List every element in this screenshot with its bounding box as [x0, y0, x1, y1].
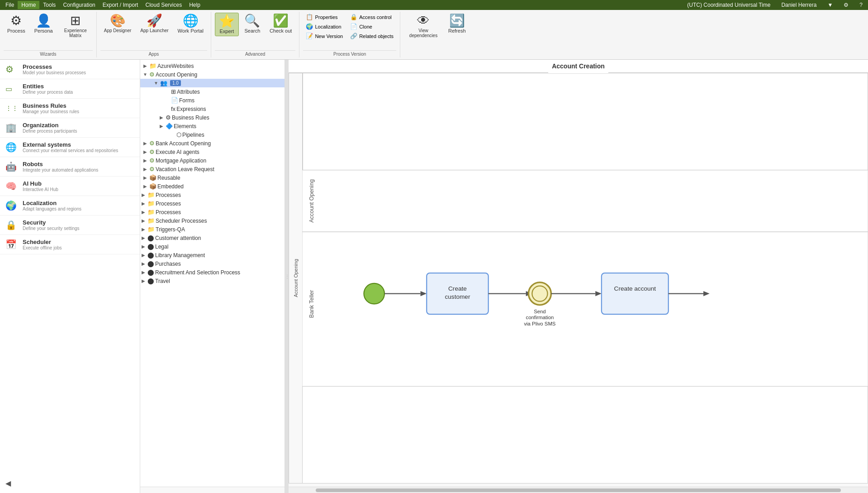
diagram-scrollbar-thumb[interactable] [316, 488, 841, 492]
purchases-expander[interactable]: ▶ [140, 261, 147, 266]
customer-attention-expander[interactable]: ▶ [140, 235, 147, 240]
bank-account-expander[interactable]: ▶ [142, 141, 148, 146]
tree-node-business-rules[interactable]: ▶ ⚙ Business Rules [140, 113, 285, 122]
tree-node-bank-account[interactable]: ▶ ⚙ Bank Account Opening [140, 139, 285, 148]
properties-icon: 📋 [306, 14, 313, 20]
entities-icon: ▭ [5, 85, 18, 93]
tree-node-azure[interactable]: ▶ 📁 AzureWebsites [140, 62, 285, 70]
scheduler-processes-expander[interactable]: ▶ [140, 218, 147, 223]
v1-expander[interactable]: ▼ [153, 81, 159, 86]
tree-node-triggers-qa[interactable]: ▶ 📁 Triggers-QA [140, 225, 285, 234]
start-event[interactable] [364, 283, 384, 304]
tree-node-vacation[interactable]: ▶ ⚙ Vacation Leave Request [140, 165, 285, 173]
business-rules-expander[interactable]: ▶ [158, 115, 165, 120]
help-icon[interactable]: ? [856, 1, 866, 9]
sidebar-item-external-systems[interactable]: 🌐 External systems Connect your external… [0, 138, 140, 157]
ribbon-btn-view-dependencies[interactable]: 👁 View dependencies [404, 13, 443, 40]
processes3-expander[interactable]: ▶ [140, 210, 147, 215]
ribbon-btn-search[interactable]: 🔍 Search [241, 13, 264, 35]
sidebar-item-entities[interactable]: ▭ Entities Define your process data [0, 79, 140, 99]
tree-node-scheduler-processes[interactable]: ▶ 📁 Scheduler Processes [140, 216, 285, 225]
recruitment-label: Recruitment And Selection Process [155, 269, 240, 276]
menu-file[interactable]: File [2, 1, 18, 9]
ribbon-btn-related-objects[interactable]: 🔗 Related objects [347, 32, 396, 40]
ribbon-btn-checkout[interactable]: ✅ Check out [266, 13, 296, 35]
sidebar-item-organization[interactable]: 🏢 Organization Define process participan… [0, 118, 140, 138]
reusable-expander[interactable]: ▶ [142, 175, 148, 180]
collapse-button[interactable]: ◀ [5, 479, 11, 488]
ribbon-btn-localization[interactable]: 🌍 Localization [303, 22, 346, 31]
user-display[interactable]: Daniel Herrera [778, 1, 820, 9]
wizards-group-label: Wizards [4, 50, 93, 57]
create-account-task[interactable] [602, 273, 669, 314]
menu-cloud-services[interactable]: Cloud Services [142, 1, 185, 9]
processes1-expander[interactable]: ▶ [140, 192, 147, 197]
library-management-expander[interactable]: ▶ [140, 253, 147, 258]
ribbon-btn-work-portal[interactable]: 🌐 Work Portal [174, 13, 207, 35]
ribbon-btn-new-version[interactable]: 📝 New Version [303, 32, 346, 40]
sidebar-item-ai-hub[interactable]: 🧠 AI Hub Interactive AI Hub [0, 177, 140, 196]
sidebar-item-security[interactable]: 🔒 Security Define your security settings [0, 215, 140, 235]
tree-node-legal[interactable]: ▶ ⬤ Legal [140, 242, 285, 251]
diagram-canvas[interactable]: Account Creation Account Opening [289, 60, 868, 487]
ribbon-btn-clone[interactable]: 📄 Clone [347, 22, 396, 31]
tree-node-expressions[interactable]: ▶ fx Expressions [140, 105, 285, 113]
sidebar-item-processes[interactable]: ⚙ Processes Model your business processe… [0, 60, 140, 79]
tree-node-purchases[interactable]: ▶ ⬤ Purchases [140, 259, 285, 268]
sidebar-item-robots[interactable]: 🤖 Robots Integrate your automated applic… [0, 157, 140, 177]
ribbon-btn-access-control[interactable]: 🔒 Access control [347, 13, 396, 21]
ribbon-btn-process[interactable]: ⚙ Process [4, 13, 29, 35]
tree-node-processes3[interactable]: ▶ 📁 Processes [140, 208, 285, 216]
embedded-icon: 📦 [149, 183, 157, 190]
settings-icon[interactable]: ⚙ [840, 1, 852, 9]
ribbon-btn-refresh[interactable]: 🔄 Refresh [445, 13, 470, 35]
menu-configuration[interactable]: Configuration [59, 1, 99, 9]
account-opening-expander[interactable]: ▼ [142, 72, 148, 77]
tree-node-processes2[interactable]: ▶ 📁 Processes [140, 199, 285, 208]
tree-node-v1[interactable]: ▼ 👥 1.0 [140, 79, 285, 87]
tree-node-recruitment[interactable]: ▶ ⬤ Recruitment And Selection Process [140, 268, 285, 277]
elements-expander[interactable]: ▶ [158, 124, 165, 129]
tree-node-elements[interactable]: ▶ 🔷 Elements [140, 122, 285, 130]
tree-node-account-opening[interactable]: ▼ ⚙ Account Opening [140, 70, 285, 79]
ribbon-btn-persona[interactable]: 👤 Persona [31, 13, 57, 35]
azure-expander[interactable]: ▶ [142, 63, 148, 68]
execute-ai-expander[interactable]: ▶ [142, 149, 148, 154]
travel-expander[interactable]: ▶ [140, 278, 147, 283]
business-rules-node-icon: ⚙ [166, 114, 171, 121]
tree-node-reusable[interactable]: ▶ 📦 Reusable [140, 173, 285, 182]
tree-resize-handle[interactable]: ⋮ [285, 60, 289, 493]
menu-export-import[interactable]: Export / Import [99, 1, 142, 9]
embedded-expander[interactable]: ▶ [142, 184, 148, 189]
legal-expander[interactable]: ▶ [140, 244, 147, 249]
menu-home[interactable]: Home [18, 1, 39, 9]
triggers-qa-expander[interactable]: ▶ [140, 227, 147, 232]
customer-attention-label: Customer attention [155, 235, 201, 241]
diagram-scrollbar[interactable] [289, 487, 868, 493]
tree-node-attributes[interactable]: ▶ ⊞ Attributes [140, 87, 285, 96]
menu-help[interactable]: Help [185, 1, 204, 9]
tree-node-processes1[interactable]: ▶ 📁 Processes [140, 191, 285, 199]
processes2-expander[interactable]: ▶ [140, 201, 147, 206]
ribbon-btn-properties[interactable]: 📋 Properties [303, 13, 346, 21]
ribbon-btn-app-launcher[interactable]: 🚀 App Launcher [137, 13, 172, 35]
tree-node-travel[interactable]: ▶ ⬤ Travel [140, 277, 285, 285]
sidebar-item-scheduler[interactable]: 📅 Scheduler Execute offline jobs [0, 235, 140, 254]
recruitment-expander[interactable]: ▶ [140, 270, 147, 275]
menu-tools[interactable]: Tools [39, 1, 59, 9]
tree-node-execute-ai[interactable]: ▶ ⚙ Execute AI agents [140, 148, 285, 156]
sidebar-item-business-rules[interactable]: ⋮⋮ Business Rules Manage your business r… [0, 99, 140, 118]
vacation-expander[interactable]: ▶ [142, 167, 148, 172]
ribbon-btn-experience-matrix[interactable]: ⊞ Experience Matrix [58, 13, 93, 40]
mortgage-expander[interactable]: ▶ [142, 158, 148, 163]
ribbon-btn-app-designer[interactable]: 🎨 App Designer [100, 13, 135, 35]
tree-node-pipelines[interactable]: ▶ ⬡ Pipelines [140, 130, 285, 139]
tree-node-forms[interactable]: ▶ 📄 Forms [140, 96, 285, 105]
tree-node-customer-attention[interactable]: ▶ ⬤ Customer attention [140, 234, 285, 242]
sidebar-item-localization[interactable]: 🌍 Localization Adapt languages and regio… [0, 196, 140, 215]
tree-node-library-management[interactable]: ▶ ⬤ Library Management [140, 251, 285, 259]
tree-node-embedded[interactable]: ▶ 📦 Embedded [140, 182, 285, 191]
ribbon-btn-expert[interactable]: ⭐ Expert [215, 13, 239, 36]
chevron-icon[interactable]: ▼ [824, 1, 836, 9]
tree-node-mortgage[interactable]: ▶ ⚙ Mortgage Application [140, 156, 285, 165]
